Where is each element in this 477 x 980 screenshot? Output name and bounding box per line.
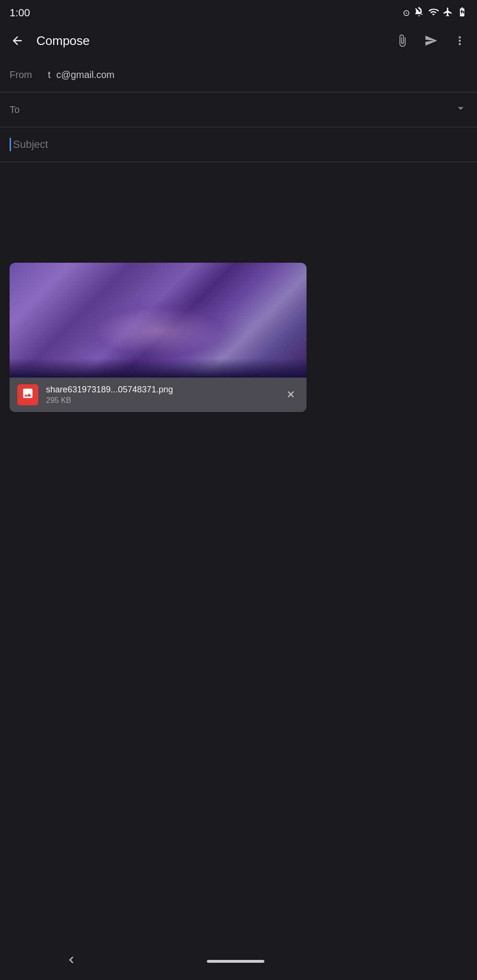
attachment-card: share631973189...05748371.png 295 KB ✕ (10, 263, 307, 412)
attachment-image-preview (10, 263, 307, 378)
nav-back-button[interactable] (65, 953, 78, 969)
bell-off-icon (414, 7, 424, 20)
bottom-nav (0, 947, 477, 980)
subject-placeholder: Subject (13, 138, 48, 151)
email-body[interactable] (0, 162, 477, 258)
account-email: c@gmail.com (57, 69, 114, 80)
app-bar: Compose (0, 24, 477, 57)
from-label: From (10, 69, 48, 80)
notification-icon: ⊙ (403, 8, 410, 18)
wifi-icon (428, 7, 439, 20)
attachment-type-icon (17, 384, 38, 405)
page-title: Compose (36, 33, 383, 48)
attach-button[interactable] (393, 31, 412, 50)
attachment-filename: share631973189...05748371.png (46, 385, 275, 395)
attachment-details: share631973189...05748371.png 295 KB (46, 385, 275, 405)
more-options-button[interactable] (450, 31, 469, 50)
send-button[interactable] (421, 31, 441, 50)
subject-field[interactable]: Subject (0, 127, 477, 162)
battery-icon (457, 7, 467, 20)
expand-recipients-button[interactable] (454, 101, 467, 118)
to-label: To (10, 104, 48, 115)
from-field[interactable]: From t c@gmail.com (0, 57, 477, 92)
back-button[interactable] (8, 31, 27, 50)
from-value: t c@gmail.com (48, 69, 467, 80)
home-pill[interactable] (207, 960, 264, 963)
image-icon (22, 387, 34, 402)
status-time: 1:00 (10, 7, 30, 19)
status-bar: 1:00 ⊙ (0, 0, 477, 24)
remove-attachment-button[interactable]: ✕ (283, 385, 299, 405)
attachment-size: 295 KB (46, 396, 275, 405)
attachment-info: share631973189...05748371.png 295 KB ✕ (10, 378, 307, 412)
to-field[interactable]: To (0, 92, 477, 127)
airplane-icon (443, 7, 453, 20)
text-cursor (10, 138, 11, 151)
status-icons: ⊙ (403, 7, 467, 20)
account-initial: t (48, 69, 51, 80)
app-bar-actions (393, 31, 469, 50)
